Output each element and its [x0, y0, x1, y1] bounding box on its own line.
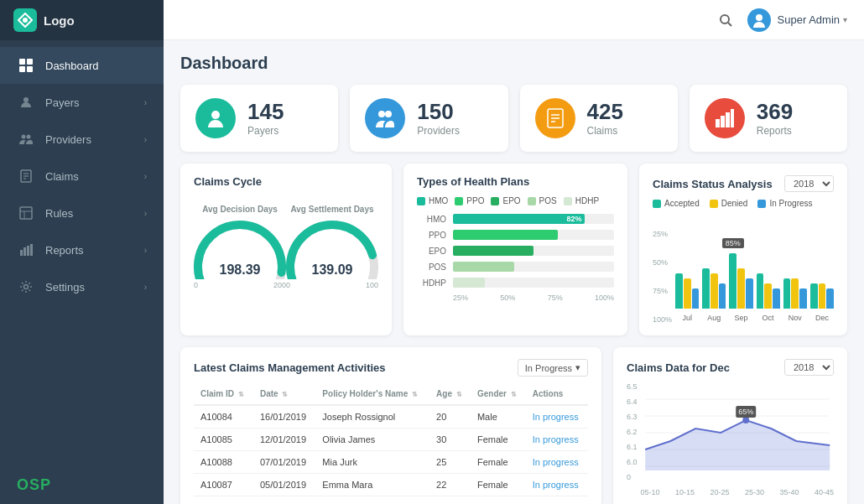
search-button[interactable]: [714, 8, 737, 32]
svg-point-8: [27, 135, 31, 139]
sidebar-item-rules[interactable]: Rules ›: [0, 195, 164, 231]
logo-text: Logo: [44, 13, 75, 28]
svg-rect-18: [27, 246, 29, 256]
payers-arrow-icon: ›: [144, 98, 147, 107]
bar-row-hmo: HMO 82%: [417, 214, 614, 224]
health-plans-chart: HMO 82% PPO EPO: [417, 214, 614, 288]
svg-text:65%: 65%: [738, 408, 753, 416]
year-select[interactable]: 2018 2019: [784, 175, 834, 192]
providers-stat-icon: [365, 98, 405, 138]
svg-rect-16: [20, 250, 23, 256]
table-row: A10085 12/01/2019 Olivia James 30 Female…: [194, 429, 588, 451]
rules-icon: [17, 204, 35, 222]
settlement-min: 0: [286, 281, 290, 289]
user-menu[interactable]: Super Admin ▾: [747, 8, 847, 32]
claims-number: 425: [587, 100, 623, 124]
svg-rect-2: [19, 59, 25, 65]
latest-claims-card: Latest Claims Management Activities In P…: [180, 347, 601, 504]
svg-rect-5: [27, 66, 33, 72]
status-filter-dropdown[interactable]: In Progress ▾: [518, 359, 588, 377]
sidebar-item-claims[interactable]: Claims ›: [0, 158, 164, 195]
avg-settlement-value: 139.09: [312, 262, 353, 278]
health-plans-legend: HMO PPO EPO POS HDHP: [417, 196, 614, 205]
svg-line-22: [728, 23, 731, 26]
claims-cycle-card: Claims Cycle Avg Decision Days 198.39: [180, 164, 392, 335]
health-plans-title: Types of Health Plans: [417, 175, 614, 188]
dashboard-content: Dashboard 145 Payers 150 Providers: [164, 40, 864, 504]
sidebar-item-reports-label: Reports: [45, 244, 144, 257]
claims-cycle-title: Claims Cycle: [194, 175, 378, 188]
reports-number: 369: [757, 100, 793, 124]
y-axis: 100% 75% 50% 25%: [653, 230, 672, 324]
payers-number: 145: [247, 100, 284, 124]
stat-card-providers: 150 Providers: [350, 85, 507, 152]
sort-icon: ⇅: [238, 391, 244, 398]
table-row: A10087 05/01/2019 Emma Mara 22 Female In…: [194, 474, 588, 496]
claims-dec-card: Claims Data for Dec 2018 2019 6.5 6.4 6.…: [613, 347, 847, 504]
claims-dec-title: Claims Data for Dec: [627, 361, 730, 374]
bar-group-sep: 85% Sep: [729, 253, 752, 309]
svg-rect-34: [731, 109, 734, 127]
svg-rect-3: [27, 59, 33, 65]
svg-point-1: [23, 18, 28, 23]
svg-rect-19: [30, 244, 33, 256]
stat-cards-row: 145 Payers 150 Providers 425: [180, 85, 847, 152]
bar-group-jul: Jul: [675, 273, 699, 309]
payers-label: Payers: [247, 125, 284, 137]
claims-dec-year-select[interactable]: 2018 2019: [784, 359, 834, 376]
svg-rect-13: [20, 207, 32, 219]
decision-max: 200: [273, 281, 286, 289]
decision-min: 0: [194, 281, 198, 289]
sidebar-item-dashboard[interactable]: Dashboard: [0, 47, 164, 84]
svg-rect-4: [19, 66, 25, 72]
svg-point-23: [756, 14, 763, 21]
sidebar-item-claims-label: Claims: [45, 170, 144, 183]
payers-icon: [17, 93, 35, 112]
sort-icon-name: ⇅: [412, 391, 418, 398]
sidebar-item-providers[interactable]: Providers ›: [0, 121, 164, 158]
sidebar-item-payers[interactable]: Payers ›: [0, 84, 164, 121]
sep-pct-label: 85%: [722, 238, 744, 248]
sidebar-item-payers-label: Payers: [45, 96, 144, 109]
col-name: Policy Holder's Name ⇅: [315, 383, 429, 405]
sidebar-logo: Logo: [0, 0, 164, 40]
svg-point-7: [22, 135, 26, 139]
stat-card-reports: 369 Reports: [690, 85, 847, 152]
latest-claims-title: Latest Claims Management Activities: [194, 361, 386, 374]
svg-rect-31: [716, 119, 720, 127]
sort-icon-date: ⇅: [282, 391, 288, 398]
col-claim-id: Claim ID ⇅: [194, 383, 253, 405]
svg-rect-33: [726, 112, 730, 127]
providers-arrow-icon: ›: [144, 135, 147, 144]
sidebar-item-dashboard-label: Dashboard: [45, 60, 147, 72]
claims-icon: [17, 167, 35, 185]
dashboard-row-2: Claims Cycle Avg Decision Days 198.39: [180, 164, 847, 335]
col-date: Date ⇅: [253, 383, 315, 405]
header: Super Admin ▾: [164, 0, 864, 40]
table-row: A10084 16/01/2019 Joseph Rossignol 20 Ma…: [194, 405, 588, 429]
dashboard-icon: [17, 56, 35, 75]
reports-stat-icon: [705, 98, 745, 138]
sidebar-item-reports[interactable]: Reports ›: [0, 231, 164, 268]
sidebar-item-providers-label: Providers: [45, 133, 144, 146]
settings-icon: [17, 278, 35, 296]
status-bar-chart: Jul Aug: [675, 215, 834, 324]
bar-row-epo: EPO: [417, 246, 614, 256]
line-y-axis: 6.5 6.4 6.3 6.2 6.1 6.0 0: [627, 382, 638, 483]
avg-settlement-label: Avg Settlement Days: [286, 205, 378, 214]
avg-decision-label: Avg Decision Days: [194, 205, 286, 214]
reports-label: Reports: [757, 125, 793, 137]
sidebar-item-settings[interactable]: Settings ›: [0, 268, 164, 305]
table-row: A10088 07/01/2019 Mia Jurk 25 Female In …: [194, 451, 588, 474]
sidebar: Logo Dashboard Payers › Providers ›: [0, 0, 164, 504]
svg-point-26: [385, 111, 392, 117]
logo-icon: [13, 8, 37, 32]
sidebar-item-settings-label: Settings: [45, 281, 144, 294]
svg-point-41: [742, 417, 749, 423]
line-chart-svg: 65%: [641, 382, 834, 483]
providers-number: 150: [417, 100, 460, 124]
claims-table: Claim ID ⇅ Date ⇅ Policy Holder's Name ⇅…: [194, 383, 588, 496]
col-actions: Actions: [526, 383, 588, 405]
svg-marker-40: [645, 420, 830, 470]
claims-label: Claims: [587, 125, 623, 137]
